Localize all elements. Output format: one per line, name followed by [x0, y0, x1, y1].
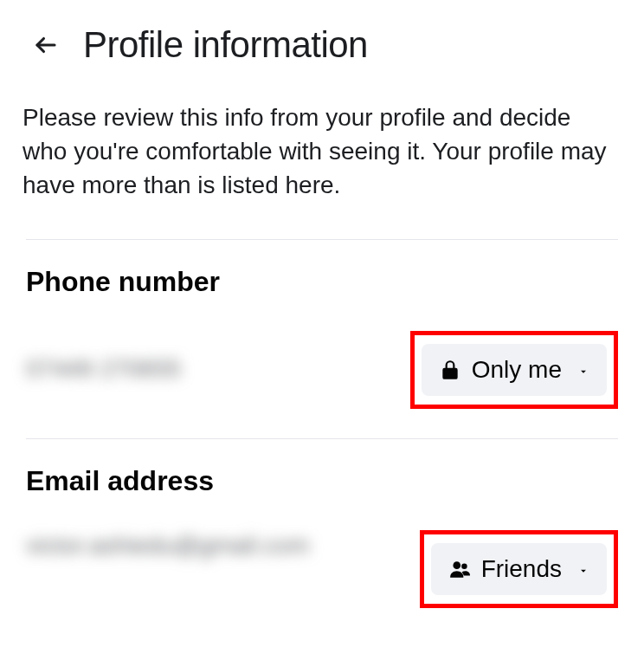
svg-point-1 [453, 561, 460, 569]
caret-down-icon [577, 555, 589, 583]
caret-down-icon [577, 356, 589, 384]
phone-section: Phone number 07449 270655 Only me [0, 240, 644, 438]
email-section-title: Email address [26, 465, 618, 497]
svg-point-2 [461, 563, 467, 569]
email-section: Email address victor.ashiedu@gmail.com F… [0, 439, 644, 638]
phone-privacy-label: Only me [472, 356, 562, 384]
highlight-annotation: Only me [410, 331, 618, 409]
friends-icon [448, 558, 471, 580]
highlight-annotation: Friends [420, 530, 618, 608]
phone-value: 07449 270655 [26, 353, 181, 385]
phone-section-title: Phone number [26, 266, 618, 298]
page-description: Please review this info from your profil… [0, 100, 644, 203]
phone-privacy-selector[interactable]: Only me [422, 344, 607, 396]
email-privacy-selector[interactable]: Friends [431, 543, 607, 595]
arrow-left-icon [33, 32, 59, 58]
page-title: Profile information [83, 24, 368, 66]
lock-icon [439, 359, 461, 381]
email-privacy-label: Friends [481, 555, 562, 583]
back-button[interactable] [33, 32, 59, 58]
email-value: victor.ashiedu@gmail.com [26, 530, 303, 561]
